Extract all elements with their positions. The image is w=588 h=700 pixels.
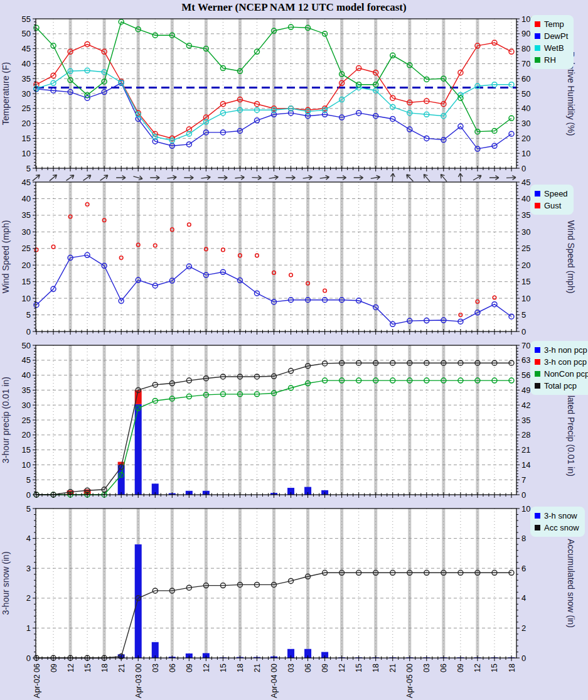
tick-label: 10 — [521, 149, 530, 158]
tick-label: 10 — [22, 460, 31, 470]
tick-label: 45 — [22, 355, 31, 365]
tick-label: 25 — [22, 416, 31, 425]
legend-item-wetb: WetB — [535, 42, 568, 54]
tick-label: 0 — [26, 654, 31, 663]
wind-arrow-icon — [235, 175, 245, 180]
wind-arrow-icon — [167, 175, 177, 181]
legend-label: 3-h non pcp — [544, 344, 587, 356]
tick-label: 0 — [521, 164, 526, 173]
wind-arrow-icon — [252, 175, 261, 180]
right-axis-title: Wind Speed (mph) — [566, 220, 576, 294]
tick-label: 30 — [22, 401, 31, 410]
x-tick-label: Apr-02 06 — [33, 664, 41, 698]
tick-label: 50 — [22, 341, 31, 350]
tick-label: 3 — [26, 564, 31, 573]
legend-item-noncon-pcp: NonCon pcp — [535, 368, 588, 380]
tick-label: 10 — [521, 504, 530, 514]
x-axis-labels: Apr-02 060912151821Apr-03 00030609121518… — [33, 664, 516, 698]
x-tick-label: Apr-05 00 — [405, 664, 414, 698]
legend-swatch-icon — [535, 383, 540, 389]
tick-label: 4 — [521, 593, 526, 603]
tick-label: 50 — [22, 29, 31, 38]
wind-arrow-icon — [458, 173, 463, 183]
x-tick-label: 15 — [490, 664, 499, 672]
wind-arrow-icon — [319, 175, 329, 181]
wind-arrow-icon — [31, 173, 41, 183]
wind-arrow-icon — [48, 173, 58, 183]
legend-label: WetB — [544, 42, 564, 54]
tick-label: 35 — [521, 416, 530, 425]
tick-label: 20 — [521, 134, 530, 143]
tick-label: 40 — [521, 104, 530, 113]
tick-label: 30 — [22, 89, 31, 99]
left-axis-title: 3-hour snow (in) — [1, 551, 11, 615]
wind-arrow-icon — [354, 176, 363, 180]
x-tick-label: 18 — [236, 664, 245, 672]
legend-swatch-icon — [535, 191, 540, 197]
legend-label: NonCon pcp — [544, 368, 588, 380]
legend-item-3-h-snow: 3-h snow — [535, 510, 579, 522]
x-tick-label: 09 — [50, 664, 58, 672]
legend-swatch-icon — [535, 525, 540, 530]
legend-label: Total pcp — [544, 380, 577, 392]
tick-label: 70 — [521, 59, 530, 68]
tick-label: 10 — [521, 294, 530, 303]
legend-label: 3-h snow — [544, 510, 577, 522]
x-tick-label: 21 — [253, 664, 262, 672]
tick-label: 20 — [22, 430, 31, 439]
legend-swatch-icon — [535, 513, 540, 519]
wind-direction-arrows — [31, 173, 516, 183]
legend-swatch-icon — [535, 359, 540, 365]
wind-arrow-icon — [506, 175, 516, 180]
tick-label: 25 — [521, 244, 530, 253]
legend-item-speed: Speed — [535, 188, 568, 200]
left-axis: 510152025303540455055Temperature (F) — [1, 14, 36, 173]
left-axis: 051015202530354045503-hour precip (0.01 … — [1, 341, 36, 500]
x-tick-label: 18 — [508, 664, 516, 672]
x-tick-label: 03 — [287, 664, 296, 672]
right-axis-title: Accumulated snow (in) — [566, 539, 576, 628]
legend-item-gust: Gust — [535, 200, 568, 212]
wind-arrow-icon — [150, 176, 159, 180]
wind-arrow-icon — [390, 173, 395, 183]
legend-label: RH — [544, 54, 556, 66]
tick-label: 40 — [22, 59, 31, 68]
tick-label: 6 — [521, 564, 526, 573]
wind-arrow-icon — [405, 173, 414, 183]
wind-arrow-icon — [286, 176, 296, 180]
legend-item-3-h-non-pcp: 3-h non pcp — [535, 344, 588, 356]
legend-swatch-icon — [535, 45, 540, 51]
bar — [135, 544, 142, 658]
legend-item-total-pcp: Total pcp — [535, 380, 588, 392]
tick-label: 0 — [26, 490, 31, 500]
tick-label: 25 — [22, 244, 31, 253]
tick-label: 10 — [22, 149, 31, 158]
tick-label: 45 — [521, 178, 530, 187]
tick-label: 0 — [521, 327, 526, 337]
tick-label: 5 — [26, 504, 31, 514]
legend-precipitation: 3-h non pcp3-h con pcpNonCon pcpTotal pc… — [530, 341, 588, 395]
tick-label: 35 — [22, 210, 31, 220]
tick-label: 35 — [22, 74, 31, 83]
wind-arrow-icon — [201, 175, 211, 181]
x-tick-label: Apr-04 00 — [270, 664, 279, 698]
tick-label: 40 — [521, 194, 530, 203]
panel-precipitation: 051015202530354045503-hour precip (0.01 … — [1, 341, 576, 500]
legend-swatch-icon — [535, 203, 540, 208]
tick-label: 20 — [521, 261, 530, 270]
x-tick-label: 06 — [439, 664, 448, 672]
left-axis: 0123453-hour snow (in) — [1, 504, 36, 663]
left-axis: 051015202530354045Wind Speed (mph) — [1, 178, 36, 337]
wind-arrow-icon — [337, 176, 346, 180]
left-axis-title: Temperature (F) — [1, 62, 11, 125]
legend-swatch-icon — [535, 33, 540, 39]
legend-swatch-icon — [535, 347, 540, 353]
tick-label: 35 — [521, 210, 530, 220]
tick-label: 30 — [22, 227, 31, 237]
tick-label: 25 — [22, 104, 31, 113]
panel-temperature-humidity: 510152025303540455055Temperature (F)0102… — [1, 14, 576, 173]
tick-label: 63 — [521, 355, 530, 365]
x-tick-label: 03 — [422, 664, 431, 672]
tick-label: 2 — [26, 593, 31, 603]
wind-arrow-icon — [370, 175, 380, 180]
